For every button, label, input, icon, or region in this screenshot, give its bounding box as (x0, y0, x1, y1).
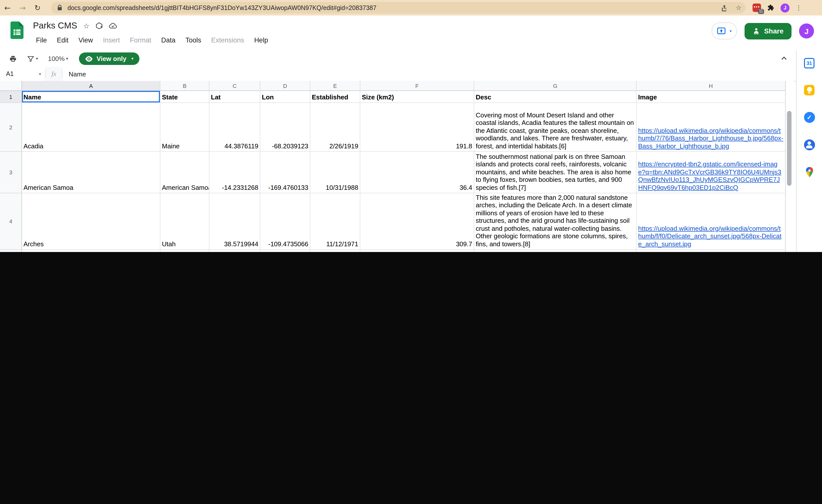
cell-lat[interactable]: 43.7480316 (210, 250, 260, 252)
tasks-icon[interactable]: ✓ (804, 112, 815, 123)
header-cell-state[interactable]: State (160, 91, 210, 103)
header-cell-name[interactable]: Name (22, 91, 160, 103)
vertical-scrollbar[interactable]: ▴ ▾ (786, 81, 793, 252)
cell-size[interactable]: 982.4 (360, 250, 474, 252)
header-cell-desc[interactable]: Desc (474, 91, 637, 103)
column-header-E[interactable]: E (310, 81, 360, 91)
reload-icon[interactable]: ↻ (30, 3, 45, 12)
cell-lat[interactable]: 44.3876119 (210, 103, 260, 152)
formula-bar-value[interactable]: Name (69, 70, 86, 78)
name-box[interactable]: A1 (0, 70, 39, 77)
cell-state[interactable]: Utah (160, 193, 210, 250)
zoom-control[interactable]: 100% ▾ (48, 55, 68, 62)
extension-badge: 11 (758, 9, 764, 14)
star-icon[interactable]: ☆ (83, 22, 89, 29)
bookmark-star-icon[interactable]: ☆ (736, 4, 742, 11)
calendar-icon[interactable]: 31 (804, 58, 815, 68)
row-number[interactable]: 2 (0, 103, 22, 152)
name-box-caret-icon[interactable]: ▾ (39, 72, 41, 76)
cell-state[interactable]: South Dakota (160, 250, 210, 252)
cell-state[interactable]: Maine (160, 103, 210, 152)
add-shortcut-icon[interactable] (95, 22, 103, 29)
cell-name[interactable]: American Samoa (22, 152, 160, 193)
password-extension-icon[interactable]: ••• 11 (753, 3, 761, 12)
browser-avatar[interactable]: J (781, 3, 790, 12)
maps-icon[interactable] (805, 167, 814, 178)
cell-established[interactable]: 10/31/1988 (310, 152, 360, 193)
cell-desc[interactable]: The southernmost national park is on thr… (474, 152, 637, 193)
column-header-B[interactable]: B (160, 81, 210, 91)
contacts-icon[interactable] (804, 139, 815, 150)
image-link[interactable]: https://encrypted-tbn2.gstatic.com/licen… (638, 160, 784, 191)
cell-name[interactable]: Arches (22, 193, 160, 250)
cell-lon[interactable]: -169.4760133 (260, 152, 310, 193)
forward-icon[interactable]: → (15, 3, 30, 12)
cell-lon[interactable]: -68.2039123 (260, 103, 310, 152)
row-number[interactable]: 3 (0, 152, 22, 193)
column-header-C[interactable]: C (210, 81, 260, 91)
cell-size[interactable]: 36.4 (360, 152, 474, 193)
header-cell-established[interactable]: Established (310, 91, 360, 103)
document-title[interactable]: Parks CMS (33, 20, 77, 31)
cell-established[interactable]: 11/12/1971 (310, 193, 360, 250)
column-header-G[interactable]: G (474, 81, 637, 91)
menu-extensions[interactable]: Extensions (208, 35, 247, 45)
cell-image[interactable]: https://upload.wikimedia.org/wikipedia/c… (637, 250, 786, 252)
share-page-icon[interactable] (721, 4, 728, 11)
cell-name[interactable]: Badlands (22, 250, 160, 252)
address-bar[interactable]: docs.google.com/spreadsheets/d/1gjttBIT4… (51, 2, 746, 13)
account-avatar[interactable]: J (799, 23, 814, 38)
menu-file[interactable]: File (33, 35, 50, 45)
menu-data[interactable]: Data (158, 35, 178, 45)
browser-menu-icon[interactable]: ⋮ (796, 4, 802, 11)
cell-lat[interactable]: 38.5719944 (210, 193, 260, 250)
row-number[interactable]: 4 (0, 193, 22, 250)
menu-help[interactable]: Help (251, 35, 271, 45)
image-link[interactable]: https://upload.wikimedia.org/wikipedia/c… (638, 127, 784, 150)
header-cell-lon[interactable]: Lon (260, 91, 310, 103)
row-number[interactable]: 5 (0, 250, 22, 252)
sheets-logo-icon[interactable] (10, 21, 23, 39)
cell-size[interactable]: 309.7 (360, 193, 474, 250)
image-link[interactable]: https://upload.wikimedia.org/wikipedia/c… (638, 224, 784, 248)
cell-established[interactable]: 2/26/1919 (310, 103, 360, 152)
column-header-A[interactable]: A (22, 81, 160, 91)
cell-lat[interactable]: -14.2331268 (210, 152, 260, 193)
select-all-corner[interactable] (0, 81, 22, 91)
table-row: 3American SamoaAmerican Samoa-14.2331268… (0, 152, 786, 193)
cell-size[interactable]: 191.8 (360, 103, 474, 152)
back-icon[interactable]: ← (0, 3, 15, 12)
header-cell-image[interactable]: Image (637, 91, 786, 103)
share-button[interactable]: Share (745, 23, 792, 39)
cell-state[interactable]: American Samoa (160, 152, 210, 193)
header-cell-lat[interactable]: Lat (210, 91, 260, 103)
extensions-puzzle-icon[interactable] (767, 4, 775, 11)
row-number[interactable]: 1 (0, 91, 22, 103)
column-header-F[interactable]: F (360, 81, 474, 91)
menu-format[interactable]: Format (127, 35, 154, 45)
column-header-D[interactable]: D (260, 81, 310, 91)
cell-desc[interactable]: The Badlands are a collection of buttes,… (474, 250, 637, 252)
menu-edit[interactable]: Edit (54, 35, 72, 45)
cell-lon[interactable]: -102.4983748 (260, 250, 310, 252)
view-only-button[interactable]: View only ▾ (79, 52, 140, 65)
cell-image[interactable]: https://encrypted-tbn2.gstatic.com/licen… (637, 152, 786, 193)
print-icon[interactable] (9, 55, 17, 63)
header-cell-size-km2-[interactable]: Size (km2) (360, 91, 474, 103)
cell-name[interactable]: Acadia (22, 103, 160, 152)
cell-desc[interactable]: Covering most of Mount Desert Island and… (474, 103, 637, 152)
collapse-toolbar-icon[interactable] (781, 55, 788, 64)
menu-insert[interactable]: Insert (100, 35, 123, 45)
cell-image[interactable]: https://upload.wikimedia.org/wikipedia/c… (637, 193, 786, 250)
cell-image[interactable]: https://upload.wikimedia.org/wikipedia/c… (637, 103, 786, 152)
menu-view[interactable]: View (75, 35, 96, 45)
cell-lon[interactable]: -109.4735066 (260, 193, 310, 250)
present-button[interactable]: ▾ (712, 22, 737, 39)
cell-established[interactable]: 11/10/1978 (310, 250, 360, 252)
column-header-H[interactable]: H (637, 81, 786, 91)
menu-tools[interactable]: Tools (182, 35, 204, 45)
keep-icon[interactable] (804, 85, 815, 95)
vertical-scrollbar-thumb[interactable] (787, 111, 792, 186)
filter-icon[interactable]: ▾ (27, 55, 38, 62)
cell-desc[interactable]: This site features more than 2,000 natur… (474, 193, 637, 250)
